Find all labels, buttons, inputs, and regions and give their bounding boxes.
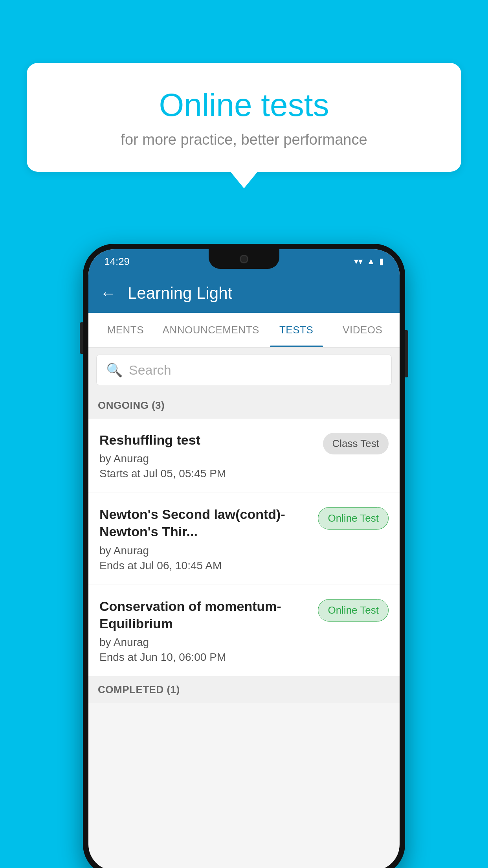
status-time: 14:29 xyxy=(104,256,130,268)
tabs-bar: MENTS ANNOUNCEMENTS TESTS VIDEOS xyxy=(88,313,400,348)
signal-icon: ▲ xyxy=(367,256,375,267)
test-list: Reshuffling test by Anurag Starts at Jul… xyxy=(88,419,400,677)
test-title: Reshuffling test xyxy=(99,431,315,449)
test-time: Starts at Jul 05, 05:45 PM xyxy=(99,467,315,480)
test-item[interactable]: Conservation of momentum-Equilibrium by … xyxy=(88,585,400,677)
section-ongoing-label: ONGOING (3) xyxy=(88,392,400,419)
test-time: Ends at Jul 06, 10:45 AM xyxy=(99,559,310,572)
test-info: Conservation of momentum-Equilibrium by … xyxy=(99,598,318,664)
tab-announcements[interactable]: ANNOUNCEMENTS xyxy=(159,313,263,347)
test-badge-online: Online Test xyxy=(318,507,389,530)
test-info: Reshuffling test by Anurag Starts at Jul… xyxy=(99,431,323,480)
test-badge-online: Online Test xyxy=(318,599,389,622)
phone-wrapper: 14:29 ▾▾ ▲ ▮ ← Learning Light MENTS ANNO… xyxy=(83,244,405,868)
bubble-title: Online tests xyxy=(58,86,430,123)
speech-bubble: Online tests for more practice, better p… xyxy=(27,63,461,172)
test-badge-class: Class Test xyxy=(323,433,389,454)
tab-tests[interactable]: TESTS xyxy=(263,313,330,347)
test-author: by Anurag xyxy=(99,452,315,465)
test-info: Newton's Second law(contd)-Newton's Thir… xyxy=(99,506,318,572)
phone-frame: 14:29 ▾▾ ▲ ▮ ← Learning Light MENTS ANNO… xyxy=(83,244,405,868)
search-box[interactable]: 🔍 Search xyxy=(96,355,392,385)
bubble-subtitle: for more practice, better performance xyxy=(58,131,430,148)
test-author: by Anurag xyxy=(99,636,310,649)
status-icons: ▾▾ ▲ ▮ xyxy=(354,256,384,267)
tab-videos[interactable]: VIDEOS xyxy=(329,313,396,347)
test-item[interactable]: Newton's Second law(contd)-Newton's Thir… xyxy=(88,493,400,585)
test-item[interactable]: Reshuffling test by Anurag Starts at Jul… xyxy=(88,419,400,493)
wifi-icon: ▾▾ xyxy=(354,256,363,267)
section-completed-label: COMPLETED (1) xyxy=(88,677,400,703)
test-time: Ends at Jun 10, 06:00 PM xyxy=(99,651,310,664)
search-placeholder: Search xyxy=(129,362,171,378)
tab-ments[interactable]: MENTS xyxy=(92,313,159,347)
phone-notch xyxy=(209,249,279,269)
search-icon: 🔍 xyxy=(106,362,123,378)
battery-icon: ▮ xyxy=(379,256,384,267)
app-title: Learning Light xyxy=(128,284,232,303)
camera xyxy=(240,255,248,263)
search-container: 🔍 Search xyxy=(88,348,400,392)
test-author: by Anurag xyxy=(99,544,310,557)
test-title: Newton's Second law(contd)-Newton's Thir… xyxy=(99,506,310,540)
back-button[interactable]: ← xyxy=(100,285,116,302)
test-title: Conservation of momentum-Equilibrium xyxy=(99,598,310,632)
app-header: ← Learning Light xyxy=(88,274,400,313)
phone-screen: 14:29 ▾▾ ▲ ▮ ← Learning Light MENTS ANNO… xyxy=(88,249,400,868)
speech-bubble-container: Online tests for more practice, better p… xyxy=(27,63,461,172)
